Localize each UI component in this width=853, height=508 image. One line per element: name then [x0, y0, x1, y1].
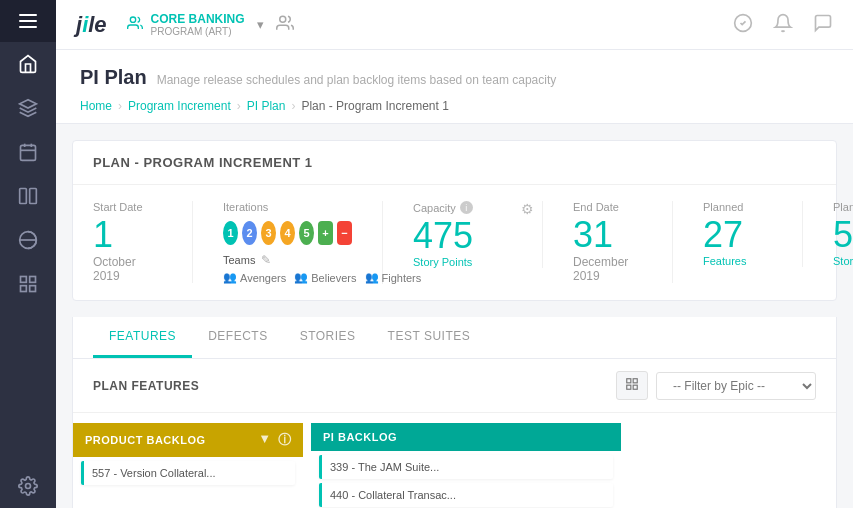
iteration-badge-2[interactable]: 2: [242, 221, 257, 245]
program-selector[interactable]: CORE BANKING PROGRAM (ART) ▾: [127, 11, 264, 39]
product-backlog-col: PRODUCT BACKLOG ▼ ⓘ 557 - Version Collat…: [73, 423, 303, 508]
tab-stories[interactable]: STORIES: [284, 317, 372, 358]
team-believers-icon: 👥: [294, 271, 308, 284]
page-subtitle: Manage release schedules and plan backlo…: [157, 73, 557, 87]
planned2-label: Planned: [833, 201, 853, 213]
breadcrumb-home[interactable]: Home: [80, 99, 112, 113]
iteration-badge-1[interactable]: 1: [223, 221, 238, 245]
info-icon[interactable]: ⓘ: [278, 431, 292, 449]
team-avengers-label: Avengers: [240, 272, 286, 284]
iteration-badge-5[interactable]: 5: [299, 221, 314, 245]
filter-icon[interactable]: ▼: [258, 431, 271, 449]
sidebar-item-book[interactable]: [0, 174, 56, 218]
sidebar-item-layers[interactable]: [0, 86, 56, 130]
checkmark-icon[interactable]: [733, 13, 753, 36]
iteration-remove-button[interactable]: −: [337, 221, 352, 245]
team-fighters-label: Fighters: [382, 272, 422, 284]
sidebar-item-settings[interactable]: [0, 464, 56, 508]
breadcrumb-sep1: ›: [118, 99, 122, 113]
chevron-down-icon: ▾: [257, 17, 264, 32]
hamburger-icon: [19, 14, 37, 28]
iteration-badge-4[interactable]: 4: [280, 221, 295, 245]
app-logo: jile: [76, 12, 107, 38]
svg-marker-0: [20, 100, 37, 108]
content-area: PI Plan Manage release schedules and pla…: [56, 50, 853, 508]
end-date-label: End Date: [573, 201, 642, 213]
team-icon[interactable]: [276, 14, 294, 35]
team-avengers-icon: 👥: [223, 271, 237, 284]
iterations-label: Iterations: [223, 201, 352, 213]
breadcrumb: Home › Program Increment › PI Plan › Pla…: [80, 99, 829, 123]
svg-point-14: [279, 16, 285, 22]
sidebar: [0, 0, 56, 508]
planned-label: Planned: [703, 201, 772, 213]
capacity-label: Capacity: [413, 202, 456, 214]
planned2-value: 57: [833, 217, 853, 253]
breadcrumb-sep3: ›: [291, 99, 295, 113]
team-avengers: 👥 Avengers: [223, 271, 286, 284]
iteration-add-button[interactable]: +: [318, 221, 333, 245]
iteration-badges: 1 2 3 4 5 + −: [223, 221, 352, 245]
topbar-actions: [733, 13, 833, 36]
svg-rect-8: [21, 277, 27, 283]
backlog-area: PRODUCT BACKLOG ▼ ⓘ 557 - Version Collat…: [73, 413, 836, 508]
pi-backlog-col: PI BACKLOG 339 - The JAM Suite... 440 - …: [311, 423, 621, 508]
program-info: CORE BANKING PROGRAM (ART): [151, 11, 245, 39]
notification-icon[interactable]: [773, 13, 793, 36]
svg-rect-6: [30, 189, 37, 204]
capacity-info-icon[interactable]: i: [460, 201, 473, 214]
end-date-value: 31: [573, 217, 642, 253]
chat-icon[interactable]: [813, 13, 833, 36]
team-fighters: 👥 Fighters: [365, 271, 422, 284]
planned-value: 27: [703, 217, 772, 253]
export-button[interactable]: [616, 371, 648, 400]
features-title: PLAN FEATURES: [93, 379, 199, 393]
planned2-sub: Storie...: [833, 255, 853, 267]
product-backlog-item[interactable]: 557 - Version Collateral...: [81, 461, 295, 485]
hamburger-menu[interactable]: [0, 0, 56, 42]
product-backlog-label: PRODUCT BACKLOG: [85, 434, 206, 446]
capacity-sub: Story Points: [413, 256, 512, 268]
features-section: PLAN FEATURES -- Filter by Epic -- PRODU…: [72, 359, 837, 508]
plan-card: PLAN - PROGRAM INCREMENT 1 Start Date 1 …: [72, 140, 837, 301]
iteration-badge-3[interactable]: 3: [261, 221, 276, 245]
breadcrumb-program-increment[interactable]: Program Increment: [128, 99, 231, 113]
edit-teams-icon[interactable]: ✎: [261, 253, 271, 267]
breadcrumb-pi-plan[interactable]: PI Plan: [247, 99, 286, 113]
iterations-block: Iterations 1 2 3 4 5 + − Teams ✎: [223, 201, 383, 284]
sidebar-item-chart[interactable]: [0, 218, 56, 262]
plan-stats: Start Date 1 October 2019 Iterations 1 2…: [73, 185, 836, 300]
tab-test-suites[interactable]: TEST SUITES: [372, 317, 487, 358]
team-list: 👥 Avengers 👥 Believers 👥 Fighters: [223, 271, 352, 284]
start-date-label: Start Date: [93, 201, 162, 213]
sidebar-item-home[interactable]: [0, 42, 56, 86]
start-date-value: 1: [93, 217, 162, 253]
planned-features-block: Planned 27 Features: [703, 201, 803, 267]
pi-backlog-label: PI BACKLOG: [323, 431, 397, 443]
program-name: CORE BANKING: [151, 12, 245, 26]
svg-rect-5: [20, 189, 27, 204]
capacity-gear-icon[interactable]: ⚙: [521, 201, 534, 217]
sidebar-item-calendar[interactable]: [0, 130, 56, 174]
end-date-sub: December 2019: [573, 255, 642, 283]
start-date-block: Start Date 1 October 2019: [93, 201, 193, 283]
svg-rect-16: [627, 379, 631, 383]
breadcrumb-sep2: ›: [237, 99, 241, 113]
main-content: jile CORE BANKING PROGRAM (ART) ▾: [56, 0, 853, 508]
svg-point-13: [130, 17, 135, 22]
page-title: PI Plan: [80, 66, 147, 89]
svg-rect-11: [30, 286, 36, 292]
end-date-block: End Date 31 December 2019: [573, 201, 673, 283]
program-icon: [127, 15, 143, 34]
epic-filter-select[interactable]: -- Filter by Epic --: [656, 372, 816, 400]
pi-backlog-item-0[interactable]: 339 - The JAM Suite...: [319, 455, 613, 479]
program-type: PROGRAM (ART): [151, 26, 245, 38]
sidebar-item-grid[interactable]: [0, 262, 56, 306]
capacity-header: Capacity i: [413, 201, 512, 214]
svg-rect-10: [21, 286, 27, 292]
capacity-block: Capacity i ⚙ 475 Story Points: [413, 201, 543, 268]
tab-defects[interactable]: DEFECTS: [192, 317, 284, 358]
pi-backlog-item-1[interactable]: 440 - Collateral Transac...: [319, 483, 613, 507]
tab-features[interactable]: FEATURES: [93, 317, 192, 358]
svg-rect-1: [21, 145, 36, 160]
